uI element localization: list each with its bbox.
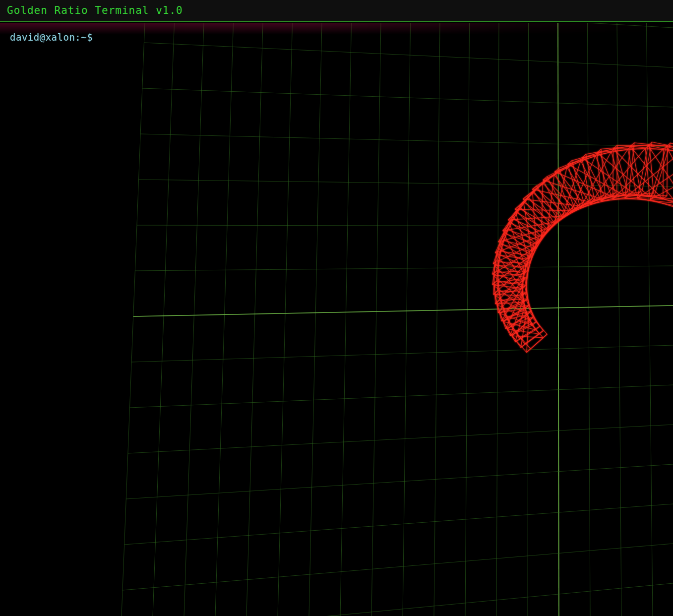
terminal-screen[interactable]: david@xalon:~$ xyxy=(0,23,673,616)
titlebar: Golden Ratio Terminal v1.0 xyxy=(0,0,673,22)
shell-prompt: david@xalon:~$ xyxy=(10,32,93,43)
window-title: Golden Ratio Terminal v1.0 xyxy=(7,4,183,16)
scene-canvas xyxy=(0,23,673,616)
